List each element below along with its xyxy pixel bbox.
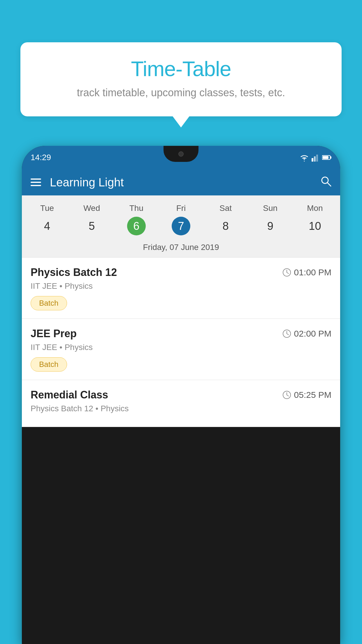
hamburger-menu-icon[interactable] [31, 178, 41, 186]
day-header-mon: Mon [293, 201, 337, 215]
svg-line-7 [327, 183, 331, 186]
day-header-wed: Wed [69, 201, 114, 215]
schedule-item-1-title: Physics Batch 12 [31, 266, 117, 279]
svg-rect-5 [330, 156, 331, 159]
clock-icon-2 [282, 329, 291, 338]
day-headers: Tue Wed Thu Fri Sat Sun Mon [22, 201, 340, 215]
day-9[interactable]: 9 [248, 217, 293, 235]
battery-icon [322, 155, 331, 160]
status-time: 14:29 [31, 153, 51, 162]
status-bar: 14:29 [22, 146, 340, 169]
batch-tag-1: Batch [31, 296, 67, 310]
schedule-item-3-title: Remedial Class [31, 389, 108, 401]
schedule-item-3-time: 05:25 PM [282, 390, 331, 400]
tooltip-card: Time-Table track timetable, upcoming cla… [20, 42, 342, 116]
calendar-strip: Tue Wed Thu Fri Sat Sun Mon 4 5 6 7 8 9 … [22, 195, 340, 258]
svg-line-16 [287, 395, 289, 396]
schedule-item-1[interactable]: Physics Batch 12 01:00 PM IIT JEE • Phys… [22, 258, 340, 319]
svg-rect-0 [312, 158, 313, 162]
day-header-sun: Sun [248, 201, 293, 215]
schedule-item-2[interactable]: JEE Prep 02:00 PM IIT JEE • Physics Batc… [22, 319, 340, 380]
batch-tag-2: Batch [31, 357, 67, 372]
signal-icon [312, 153, 320, 162]
day-header-fri: Fri [159, 201, 203, 215]
svg-line-13 [287, 334, 289, 335]
camera-dot [178, 151, 184, 157]
schedule-item-3[interactable]: Remedial Class 05:25 PM Physics Batch 12… [22, 380, 340, 427]
phone-screen: Tue Wed Thu Fri Sat Sun Mon 4 5 6 7 8 9 … [22, 195, 340, 427]
svg-rect-2 [316, 155, 318, 162]
day-header-thu: Thu [114, 201, 159, 215]
day-4[interactable]: 4 [25, 217, 69, 235]
day-10[interactable]: 10 [293, 217, 337, 235]
day-header-sat: Sat [203, 201, 248, 215]
day-5[interactable]: 5 [69, 217, 114, 235]
phone-frame: 14:29 [22, 146, 340, 644]
clock-icon-1 [282, 268, 291, 277]
schedule-item-2-time: 02:00 PM [282, 329, 331, 339]
schedule-item-3-header: Remedial Class 05:25 PM [31, 389, 331, 401]
schedule-item-3-meta: Physics Batch 12 • Physics [31, 404, 331, 413]
app-title: Learning Light [50, 176, 312, 189]
svg-line-10 [287, 272, 289, 274]
day-6-today[interactable]: 6 [127, 217, 146, 235]
day-8[interactable]: 8 [203, 217, 248, 235]
day-numbers: 4 5 6 7 8 9 10 [22, 215, 340, 240]
schedule-item-2-meta: IIT JEE • Physics [31, 343, 331, 352]
selected-date-label: Friday, 07 June 2019 [22, 240, 340, 258]
svg-rect-4 [323, 156, 328, 159]
schedule-item-2-title: JEE Prep [31, 328, 77, 340]
svg-rect-1 [314, 156, 316, 162]
clock-icon-3 [282, 391, 291, 399]
day-header-tue: Tue [25, 201, 69, 215]
wifi-icon [299, 153, 309, 162]
phone-notch [164, 146, 198, 162]
schedule-item-1-header: Physics Batch 12 01:00 PM [31, 266, 331, 279]
tooltip-title: Time-Table [38, 57, 324, 81]
schedule-item-2-header: JEE Prep 02:00 PM [31, 328, 331, 340]
search-button[interactable] [320, 176, 331, 189]
app-header: Learning Light [22, 169, 340, 195]
status-icons [299, 153, 331, 162]
schedule-list: Physics Batch 12 01:00 PM IIT JEE • Phys… [22, 258, 340, 427]
day-7-selected[interactable]: 7 [172, 217, 190, 235]
schedule-item-1-time: 01:00 PM [282, 267, 331, 277]
schedule-item-1-meta: IIT JEE • Physics [31, 281, 331, 291]
tooltip-subtitle: track timetable, upcoming classes, tests… [38, 87, 324, 99]
